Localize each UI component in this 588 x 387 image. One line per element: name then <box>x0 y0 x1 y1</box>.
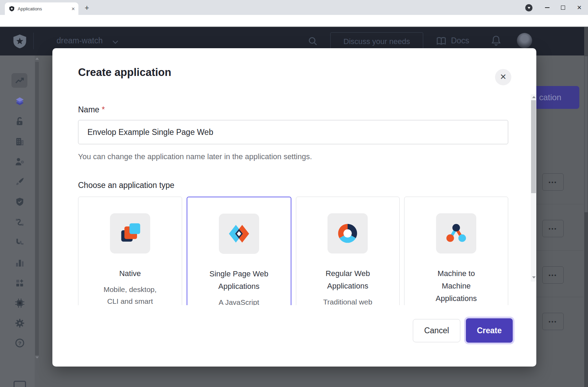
m2m-icon-tile <box>436 213 476 253</box>
monitoring-bars-icon[interactable] <box>15 258 25 268</box>
modal-scroll-down-icon[interactable] <box>532 276 536 278</box>
card-description: Mobile, desktop, CLI and smart <box>103 284 156 305</box>
card-machine-to-machine[interactable]: Machine to Machine Applications <box>404 197 508 305</box>
sidebar-scroll-down-icon[interactable] <box>35 356 39 359</box>
card-title: Single Page Web Applications <box>210 268 269 293</box>
row-menu-button[interactable]: ••• <box>542 173 564 191</box>
marketplace-blocks-icon[interactable] <box>15 278 25 288</box>
docs-link[interactable]: Docs <box>451 36 469 45</box>
user-avatar[interactable] <box>517 33 532 48</box>
tenant-selector[interactable]: dream-watch <box>57 36 103 45</box>
create-button[interactable]: Create <box>466 318 513 343</box>
tab-title: Applications <box>18 6 71 11</box>
application-type-cards: Native Mobile, desktop, CLI and smart Si… <box>78 197 508 305</box>
row-menu-button[interactable]: ••• <box>542 313 564 330</box>
notifications-bell-icon[interactable] <box>491 35 501 46</box>
application-name-input[interactable] <box>78 120 508 144</box>
applications-layers-icon[interactable] <box>15 96 25 106</box>
spa-icon-tile <box>219 214 259 254</box>
card-title: Native <box>119 267 141 280</box>
card-description: A JavaScript <box>219 296 259 305</box>
browser-tab-strip: Applications × + × <box>0 0 588 15</box>
svg-text:?: ? <box>18 340 21 346</box>
application-type-label: Choose an application type <box>78 181 174 190</box>
page-scrollbar-thumb[interactable] <box>585 56 588 212</box>
row-divider <box>536 250 583 251</box>
actions-flow-icon[interactable] <box>15 217 25 227</box>
browser-tab[interactable]: Applications × <box>5 2 78 15</box>
card-description: Traditional web <box>323 296 373 305</box>
security-shield-icon[interactable] <box>15 197 25 207</box>
docs-book-icon[interactable] <box>436 37 446 46</box>
extensions-chip-icon[interactable] <box>15 298 25 308</box>
row-divider <box>536 204 583 204</box>
modal-scrollbar-thumb[interactable] <box>531 100 536 193</box>
card-title: Machine to Machine Applications <box>436 267 477 305</box>
sidebar-scroll-up-icon[interactable] <box>35 58 39 60</box>
name-label: Name* <box>78 105 105 114</box>
window-minimize-button[interactable] <box>539 0 555 15</box>
activity-trend-icon[interactable] <box>15 76 25 86</box>
row-menu-button[interactable]: ••• <box>542 266 564 284</box>
modal-close-button[interactable]: × <box>495 69 511 85</box>
cancel-button[interactable]: Cancel <box>413 319 460 342</box>
card-regular-web[interactable]: Regular Web Applications Traditional web <box>296 197 400 305</box>
sidebar-scrollbar-thumb[interactable] <box>35 62 39 355</box>
window-maximize-button[interactable] <box>555 0 571 15</box>
row-divider <box>536 297 583 297</box>
auth-pipeline-icon[interactable] <box>15 237 25 248</box>
tab-close-icon[interactable]: × <box>71 6 75 12</box>
regular-web-icon-tile <box>327 213 368 253</box>
regular-web-donut-icon <box>334 220 361 247</box>
authentication-lock-icon[interactable] <box>15 116 25 127</box>
auth0-logo-icon <box>12 33 27 50</box>
modal-title: Create application <box>78 66 171 79</box>
header-divider <box>33 33 34 49</box>
user-management-icon[interactable] <box>15 156 25 167</box>
chevron-down-icon <box>528 7 530 9</box>
chrome-update-icon[interactable] <box>525 4 532 11</box>
settings-gear-icon[interactable] <box>15 318 25 328</box>
browser-toolbar: ← → ↻ manage.auth0.com/dashboard/eu/drea… <box>0 15 588 27</box>
window-close-button[interactable]: × <box>571 0 587 15</box>
card-title: Regular Web Applications <box>325 267 370 292</box>
native-stacked-squares-icon <box>116 220 144 247</box>
auth0-favicon-icon <box>9 6 15 11</box>
organizations-building-icon[interactable] <box>15 136 25 147</box>
spa-diamonds-icon <box>225 220 253 248</box>
row-menu-button[interactable]: ••• <box>542 220 564 237</box>
close-icon: × <box>500 71 506 82</box>
sidebar: ? <box>0 55 39 387</box>
modal-scroll-up-icon[interactable] <box>532 96 536 98</box>
branding-brush-icon[interactable] <box>15 177 25 187</box>
collapse-panel-icon[interactable] <box>14 381 26 387</box>
create-application-modal: Create application × Name* You can chang… <box>52 48 536 367</box>
m2m-molecule-icon <box>442 220 470 247</box>
new-tab-button[interactable]: + <box>85 3 89 12</box>
name-helper-text: You can change the application name late… <box>78 152 312 161</box>
required-marker: * <box>102 105 105 114</box>
native-icon-tile <box>110 213 150 253</box>
card-single-page-web[interactable]: Single Page Web Applications A JavaScrip… <box>187 197 291 305</box>
search-icon[interactable] <box>308 36 318 46</box>
help-circle-icon[interactable]: ? <box>15 338 25 348</box>
card-native[interactable]: Native Mobile, desktop, CLI and smart <box>78 197 182 305</box>
